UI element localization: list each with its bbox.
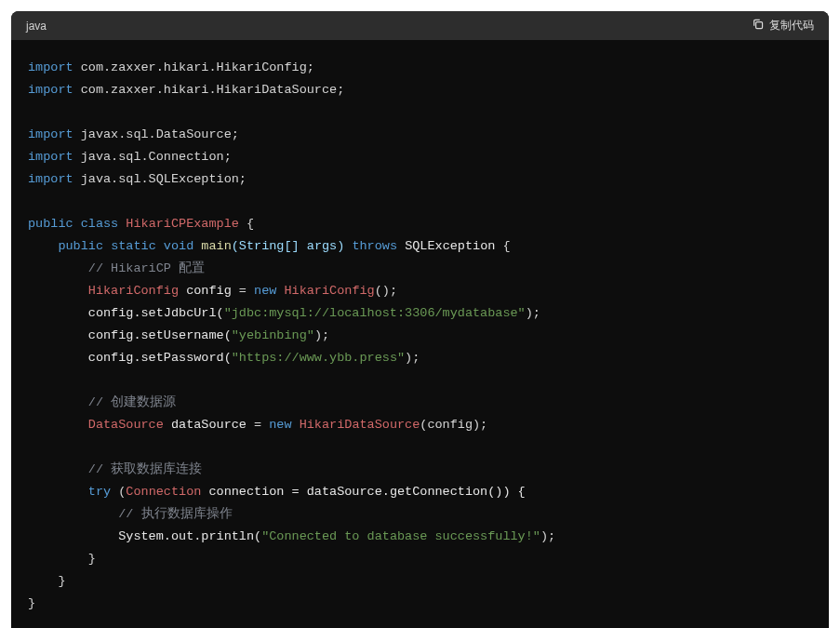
- indent: [28, 529, 118, 543]
- stmt: );: [314, 328, 329, 342]
- kw-import: import: [28, 127, 73, 141]
- eq: =: [254, 418, 269, 432]
- stmt: System.out.println(: [118, 529, 261, 543]
- ex-type: SQLException: [405, 239, 495, 253]
- kw-new: new: [254, 284, 276, 298]
- comment: // 获取数据库连接: [88, 462, 202, 476]
- type: HikariDataSource: [300, 418, 420, 432]
- kw-public: public: [58, 239, 103, 253]
- kw-static: static: [111, 239, 156, 253]
- kw-import: import: [28, 150, 73, 164]
- indent: [28, 574, 58, 588]
- type: DataSource: [88, 418, 164, 432]
- kw-try: try: [88, 485, 111, 499]
- type: HikariConfig: [88, 284, 179, 298]
- string: "https://www.ybb.press": [232, 351, 405, 365]
- kw-import: import: [28, 172, 73, 186]
- copy-code-button[interactable]: 复制代码: [752, 18, 814, 33]
- indent: [28, 485, 88, 499]
- stmt: );: [540, 529, 555, 543]
- indent: [28, 239, 58, 253]
- indent: [28, 462, 88, 476]
- indent: [28, 306, 88, 320]
- indent: [28, 261, 88, 275]
- pkg-text: com.zaxxer.hikari.HikariDataSource;: [73, 83, 345, 97]
- brace: }: [88, 552, 96, 566]
- type: Connection: [126, 485, 201, 499]
- string: "Connected to database successfully!": [261, 529, 540, 543]
- var: dataSource: [164, 418, 254, 432]
- var: connection: [201, 485, 291, 499]
- brace: {: [495, 239, 510, 253]
- stmt: = dataSource.getConnection()) {: [292, 485, 526, 499]
- fn-main: main: [201, 239, 231, 253]
- svg-rect-0: [756, 22, 763, 29]
- call: ();: [375, 284, 397, 298]
- type: HikariConfig: [284, 284, 374, 298]
- pkg-text: javax.sql.DataSource;: [73, 127, 239, 141]
- indent: [28, 552, 88, 566]
- brace: }: [58, 574, 65, 588]
- kw-import: import: [28, 60, 73, 74]
- pkg-text: java.sql.SQLException;: [73, 172, 247, 186]
- indent: [28, 395, 88, 409]
- indent: [28, 284, 88, 298]
- indent: [28, 418, 88, 432]
- code-header: java 复制代码: [11, 11, 829, 40]
- kw-import: import: [28, 83, 73, 97]
- copy-icon: [752, 18, 765, 33]
- copy-label: 复制代码: [769, 18, 814, 33]
- stmt: config.setPassword(: [88, 351, 232, 365]
- main-params: (String[] args): [232, 239, 345, 253]
- kw-throws: throws: [352, 239, 397, 253]
- string: "yebinbing": [232, 328, 314, 342]
- brace: }: [28, 596, 35, 610]
- comment: // 创建数据源: [88, 395, 176, 409]
- stmt: );: [405, 351, 420, 365]
- eq: =: [239, 284, 254, 298]
- language-label: java: [26, 20, 47, 33]
- indent: [28, 351, 88, 365]
- kw-void: void: [164, 239, 193, 253]
- stmt: config.setJdbcUrl(: [88, 306, 224, 320]
- try-open: (: [111, 485, 126, 499]
- indent: [28, 328, 88, 342]
- kw-new: new: [269, 418, 291, 432]
- code-block: java 复制代码 import com.zaxxer.hikari.Hikar…: [11, 11, 829, 628]
- var: config: [179, 284, 239, 298]
- comment: // HikariCP 配置: [88, 261, 205, 275]
- code-body[interactable]: import com.zaxxer.hikari.HikariConfig; i…: [11, 40, 829, 628]
- kw-public: public: [28, 217, 73, 231]
- string: "jdbc:mysql://localhost:3306/mydatabase": [224, 306, 526, 320]
- class-name: HikariCPExample: [126, 217, 239, 231]
- pkg-text: java.sql.Connection;: [73, 150, 232, 164]
- stmt: config.setUsername(: [88, 328, 232, 342]
- stmt: );: [526, 306, 540, 320]
- comment: // 执行数据库操作: [118, 507, 232, 521]
- call: (config);: [420, 418, 487, 432]
- pkg-text: com.zaxxer.hikari.HikariConfig;: [73, 60, 314, 74]
- indent: [28, 507, 118, 521]
- brace: {: [239, 217, 254, 231]
- kw-class: class: [81, 217, 119, 231]
